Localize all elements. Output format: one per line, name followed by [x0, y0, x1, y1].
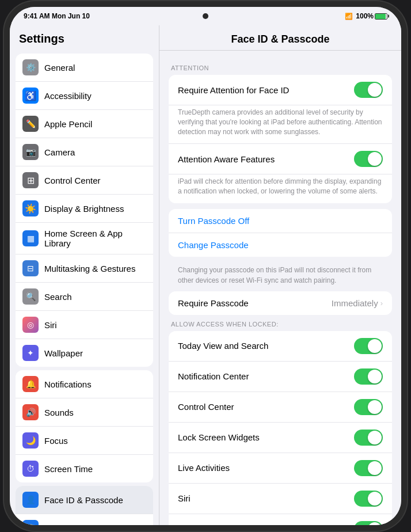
- wallpaper-icon: ✦: [22, 345, 39, 361]
- access-row-6[interactable]: Home Control: [169, 514, 392, 525]
- wallpaper-label: Wallpaper: [44, 348, 83, 358]
- require-attention-toggle[interactable]: [354, 82, 383, 98]
- multitasking-icon: ⊟: [22, 260, 39, 276]
- content-title: Face ID & Passcode: [159, 25, 401, 51]
- device-frame: 9:41 AM Mon Jun 10 📶 100% Settings ⚙️ Ge…: [10, 7, 401, 525]
- access-label-4: Live Activities: [178, 463, 230, 473]
- require-attention-thumb: [368, 83, 382, 97]
- camera-icon: 📷: [22, 144, 39, 160]
- access-row-5[interactable]: Siri: [169, 484, 392, 514]
- sidebar-item-notifications[interactable]: 🔔 Notifications: [16, 370, 153, 398]
- sidebar-title: Settings: [10, 25, 159, 50]
- multitasking-label: Multitasking & Gestures: [44, 264, 135, 273]
- sidebar-group-1: ⚙️ General ♿ Accessibility ✏️ Apple Penc…: [16, 54, 153, 367]
- content-body: ATTENTION Require Attention for Face ID …: [159, 51, 401, 525]
- passcode-card: Turn Passcode Off Change Passcode: [169, 209, 392, 257]
- sidebar-item-homescreen[interactable]: ▦ Home Screen & App Library: [16, 223, 153, 254]
- access-card: Today View and Search Notification Cente…: [169, 331, 392, 525]
- pencil-icon: ✏️: [22, 116, 39, 132]
- require-passcode-label: Require Passcode: [178, 298, 249, 308]
- sidebar: Settings ⚙️ General ♿ Accessibility ✏️ A…: [10, 25, 159, 525]
- accessibility-icon: ♿: [22, 88, 39, 104]
- sidebar-item-wallpaper[interactable]: ✦ Wallpaper: [16, 339, 153, 367]
- battery-indicator: 100%: [356, 12, 387, 20]
- sidebar-item-privacy[interactable]: 🔒 Privacy & Security: [16, 514, 153, 525]
- chevron-icon: ›: [380, 299, 383, 307]
- attention-aware-row[interactable]: Attention Aware Features: [169, 143, 392, 174]
- battery-bar: [375, 13, 387, 20]
- attention-aware-toggle[interactable]: [354, 151, 383, 167]
- sounds-icon: 🔊: [22, 404, 39, 420]
- access-label-1: Notification Center: [178, 371, 249, 381]
- display-label: Display & Brightness: [44, 204, 124, 214]
- access-toggle-2[interactable]: [354, 399, 383, 415]
- main-container: Settings ⚙️ General ♿ Accessibility ✏️ A…: [10, 25, 401, 525]
- general-icon: ⚙️: [22, 59, 39, 75]
- access-toggle-6[interactable]: [354, 521, 383, 525]
- access-row-3[interactable]: Lock Screen Widgets: [169, 423, 392, 453]
- faceid-icon: 👤: [22, 492, 39, 508]
- access-toggle-1[interactable]: [354, 368, 383, 385]
- require-attention-label: Require Attention for Face ID: [178, 85, 289, 95]
- homescreen-label: Home Screen & App Library: [44, 229, 146, 248]
- change-passcode-btn[interactable]: Change Passcode: [169, 233, 392, 257]
- require-passcode-card: Require Passcode Immediately ›: [169, 291, 392, 315]
- sidebar-item-general[interactable]: ⚙️ General: [16, 54, 153, 82]
- access-row-4[interactable]: Live Activities: [169, 453, 392, 484]
- screentime-icon: ⏱: [22, 461, 39, 477]
- access-row-0[interactable]: Today View and Search: [169, 331, 392, 362]
- faceid-label: Face ID & Passcode: [44, 495, 123, 505]
- access-section-label: ALLOW ACCESS WHEN LOCKED:: [171, 321, 390, 328]
- access-toggle-4[interactable]: [354, 460, 383, 476]
- search-label: Search: [44, 292, 72, 302]
- attention-aware-thumb: [368, 152, 382, 166]
- access-label-6: Home Control: [178, 524, 231, 525]
- turn-passcode-off-btn[interactable]: Turn Passcode Off: [169, 209, 392, 233]
- sounds-label: Sounds: [44, 408, 74, 417]
- access-toggle-3[interactable]: [354, 430, 383, 446]
- status-bar: 9:41 AM Mon Jun 10 📶 100%: [10, 7, 401, 25]
- sidebar-item-sounds[interactable]: 🔊 Sounds: [16, 398, 153, 427]
- access-toggle-0[interactable]: [354, 338, 383, 354]
- attention-aware-label: Attention Aware Features: [178, 154, 275, 164]
- siri-label: Siri: [44, 320, 57, 330]
- sidebar-item-accessibility[interactable]: ♿ Accessibility: [16, 82, 153, 110]
- attention-card: Require Attention for Face ID TrueDepth …: [169, 75, 392, 203]
- battery-fill: [375, 14, 386, 19]
- focus-label: Focus: [44, 436, 68, 446]
- sidebar-item-camera[interactable]: 📷 Camera: [16, 138, 153, 166]
- siri-icon: ◎: [22, 317, 39, 333]
- require-attention-row[interactable]: Require Attention for Face ID: [169, 75, 392, 105]
- notifications-icon: 🔔: [22, 376, 39, 392]
- camera-label: Camera: [44, 147, 75, 157]
- controlcenter-icon: ⊞: [22, 172, 39, 188]
- status-right: 📶 100%: [345, 12, 387, 20]
- sidebar-item-pencil[interactable]: ✏️ Apple Pencil: [16, 110, 153, 138]
- status-time: 9:41 AM Mon Jun 10: [24, 12, 90, 20]
- access-row-2[interactable]: Control Center: [169, 392, 392, 423]
- access-toggle-5[interactable]: [354, 491, 383, 507]
- homescreen-icon: ▦: [22, 230, 39, 246]
- pencil-label: Apple Pencil: [44, 119, 92, 129]
- focus-icon: 🌙: [22, 432, 39, 449]
- wifi-icon: 📶: [345, 13, 353, 20]
- accessibility-label: Accessibility: [44, 91, 92, 101]
- require-passcode-row[interactable]: Require Passcode Immediately ›: [169, 291, 392, 315]
- sidebar-item-controlcenter[interactable]: ⊞ Control Center: [16, 166, 153, 195]
- sidebar-item-faceid[interactable]: 👤 Face ID & Passcode: [16, 486, 153, 514]
- privacy-icon: 🔒: [22, 520, 39, 525]
- sidebar-item-siri[interactable]: ◎ Siri: [16, 311, 153, 339]
- access-row-1[interactable]: Notification Center: [169, 362, 392, 392]
- sidebar-item-focus[interactable]: 🌙 Focus: [16, 427, 153, 455]
- sidebar-item-multitasking[interactable]: ⊟ Multitasking & Gestures: [16, 254, 153, 283]
- passcode-change-desc: Changing your passcode on this iPad will…: [169, 263, 392, 291]
- sidebar-item-display[interactable]: ☀️ Display & Brightness: [16, 195, 153, 223]
- notifications-label: Notifications: [44, 379, 92, 389]
- sidebar-item-search[interactable]: 🔍 Search: [16, 283, 153, 311]
- sidebar-item-screentime[interactable]: ⏱ Screen Time: [16, 455, 153, 482]
- screentime-label: Screen Time: [44, 464, 93, 474]
- display-icon: ☀️: [22, 200, 39, 216]
- sidebar-group-3: 👤 Face ID & Passcode 🔒 Privacy & Securit…: [16, 486, 153, 525]
- camera-dot: [203, 13, 208, 19]
- access-label-5: Siri: [178, 493, 191, 503]
